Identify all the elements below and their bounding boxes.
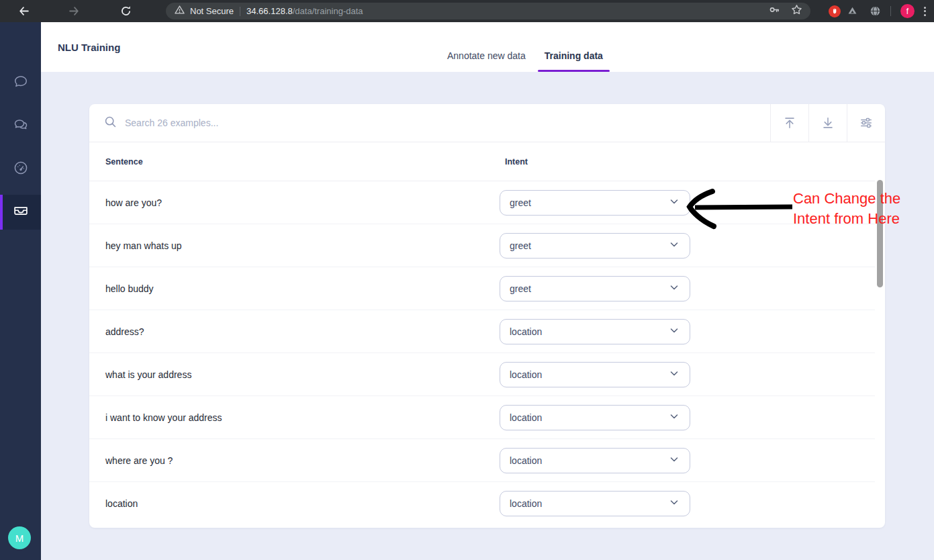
chrome-divider (890, 6, 891, 16)
chevron-down-icon (669, 197, 679, 209)
main-content: Sentence Intent how are you? greet hey m… (41, 72, 934, 560)
table-row: what is your address location (89, 353, 875, 396)
sentence-text[interactable]: where are you ? (89, 455, 500, 466)
chat-bubble-icon (13, 74, 29, 93)
sentence-text[interactable]: location (89, 498, 500, 509)
url-path: /data/training-data (293, 6, 363, 16)
table-row: where are you ? location (89, 439, 875, 482)
intent-select[interactable]: location (500, 491, 690, 516)
tab-annotate-new-data[interactable]: Annotate new data (440, 22, 532, 72)
intent-value: greet (510, 240, 669, 251)
intent-value: location (510, 326, 669, 337)
intent-select[interactable]: greet (500, 276, 690, 301)
app-sidebar: M (0, 22, 41, 560)
address-bar[interactable]: Not Secure 34.66.128.8 /data/training-da… (166, 3, 810, 19)
sentence-text[interactable]: how are you? (89, 197, 500, 208)
chevron-down-icon (669, 283, 679, 295)
url-host: 34.66.128.8 (246, 6, 293, 16)
bookmark-star-icon[interactable] (791, 4, 802, 18)
training-data-card: Sentence Intent how are you? greet hey m… (89, 104, 885, 528)
warning-triangle-icon (175, 5, 185, 17)
annotation-arrow (682, 187, 797, 230)
annotation-note: Can Change the Intent from Here (793, 189, 927, 229)
sentence-text[interactable]: hey man whats up (89, 240, 500, 251)
table-body: how are you? greet hey man whats up gree… (89, 181, 875, 525)
chrome-menu-icon[interactable] (924, 7, 926, 16)
download-button[interactable] (808, 104, 847, 142)
annotation-line-1: Can Change the (793, 189, 927, 209)
tab-training-data[interactable]: Training data (538, 22, 610, 72)
intent-select[interactable]: location (500, 405, 690, 430)
intent-value: location (510, 369, 669, 380)
gauge-icon (13, 160, 29, 179)
intent-value: location (510, 412, 669, 423)
table-row: hello buddy greet (89, 267, 875, 310)
table-row: location location (89, 482, 875, 525)
intent-select[interactable]: location (500, 362, 690, 387)
intent-value: location (510, 455, 669, 466)
intent-value: location (510, 498, 669, 509)
table-header-row: Sentence Intent (89, 142, 875, 181)
page-title: NLU Training (58, 22, 120, 72)
chat-bubbles-icon (13, 117, 29, 136)
table-row: address? location (89, 310, 875, 353)
user-avatar[interactable]: M (8, 526, 31, 549)
filter-button[interactable] (847, 104, 885, 142)
search-input[interactable] (125, 118, 770, 128)
chevron-down-icon (669, 412, 679, 424)
table-row: i want to know your address location (89, 396, 875, 439)
chevron-down-icon (669, 369, 679, 381)
intent-value: greet (510, 197, 669, 208)
search-box[interactable] (89, 104, 770, 142)
sidebar-item-conversations[interactable] (0, 66, 41, 101)
chevron-down-icon (669, 455, 679, 467)
column-header-sentence: Sentence (89, 157, 500, 167)
chevron-down-icon (669, 498, 679, 510)
globe-extension-icon[interactable] (869, 5, 881, 17)
sentence-text[interactable]: hello buddy (89, 283, 500, 294)
omnibox-divider (240, 7, 240, 16)
column-header-intent: Intent (500, 157, 528, 167)
intent-select[interactable]: greet (500, 190, 690, 216)
forward-icon[interactable] (68, 5, 80, 17)
sidebar-item-shared-conversations[interactable] (0, 109, 41, 144)
intent-value: greet (510, 283, 669, 294)
browser-chrome: Not Secure 34.66.128.8 /data/training-da… (0, 0, 934, 22)
password-key-icon[interactable] (769, 4, 780, 18)
table-row: hey man whats up greet (89, 224, 875, 267)
chevron-down-icon (669, 240, 679, 252)
sentence-text[interactable]: what is your address (89, 369, 500, 380)
page-header: NLU Training Annotate new data Training … (41, 22, 934, 72)
search-icon (104, 115, 117, 131)
upload-button[interactable] (770, 104, 808, 142)
sentence-text[interactable]: i want to know your address (89, 412, 500, 423)
reload-icon[interactable] (120, 5, 132, 17)
chrome-profile-avatar[interactable]: f (900, 4, 915, 18)
intent-select[interactable]: location (500, 319, 690, 344)
adblock-extension-icon[interactable] (829, 5, 841, 17)
inbox-icon (12, 202, 30, 222)
sidebar-item-nlu-training[interactable] (0, 195, 41, 230)
table-toolbar (89, 104, 885, 142)
chevron-down-icon (669, 326, 679, 338)
sentence-text[interactable]: address? (89, 326, 500, 337)
drive-extension-icon[interactable] (846, 5, 858, 17)
intent-select[interactable]: location (500, 448, 690, 473)
annotation-line-2: Intent from Here (793, 209, 927, 229)
back-icon[interactable] (18, 5, 30, 17)
sidebar-item-models[interactable] (0, 152, 41, 187)
header-tabs: Annotate new data Training data (440, 22, 610, 72)
security-label: Not Secure (190, 6, 234, 16)
intent-select[interactable]: greet (500, 233, 690, 259)
